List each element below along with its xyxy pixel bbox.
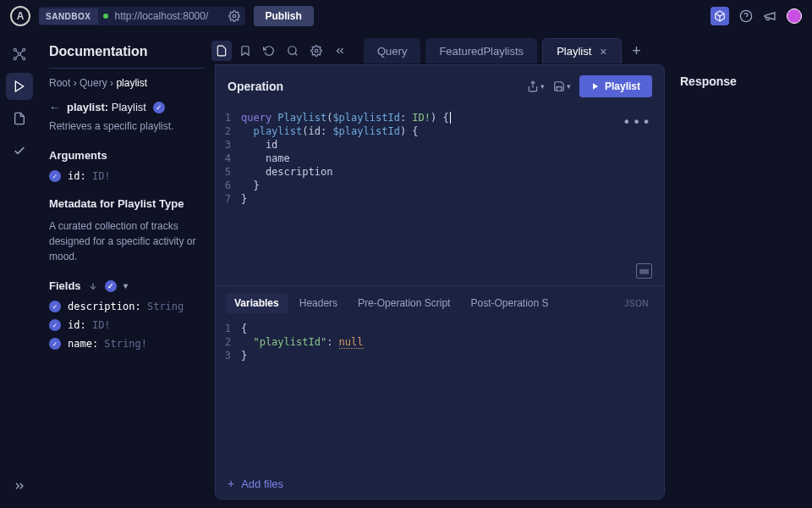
settings-icon[interactable]	[306, 41, 326, 61]
crumb-current: playlist	[116, 77, 147, 89]
panel-docs-icon[interactable]	[211, 41, 232, 61]
docs-title: Documentation	[49, 44, 205, 69]
fields-heading: Fields ✓ ▾	[49, 279, 205, 292]
svg-line-12	[20, 55, 23, 58]
svg-point-17	[315, 49, 318, 52]
search-icon[interactable]	[283, 41, 303, 61]
plus-icon: +	[228, 477, 234, 490]
apollo-logo: A	[10, 6, 30, 26]
tab-bar: Query FeaturedPlaylists Playlist × +	[215, 37, 804, 64]
user-avatar[interactable]	[787, 8, 802, 24]
field-row[interactable]: ✓ description: String	[49, 301, 205, 312]
documentation-panel: Documentation Root › Query › playlist ← …	[39, 32, 215, 508]
variables-editor[interactable]: 1{ 2 "playlistId": null 3}	[216, 317, 664, 468]
subtab-variables[interactable]: Variables	[226, 293, 288, 313]
metadata-heading: Metadata for Playlist Type	[49, 197, 205, 210]
add-files-button[interactable]: + Add files	[216, 468, 664, 499]
check-circle-icon: ✓	[49, 319, 61, 331]
rail-docs-icon[interactable]	[6, 105, 33, 132]
tab-featured-playlists[interactable]: FeaturedPlaylists	[425, 38, 537, 64]
operation-title: Operation	[228, 80, 283, 93]
check-circle-icon: ✓	[49, 170, 61, 182]
svg-marker-13	[15, 81, 23, 91]
rail-explorer-icon[interactable]	[6, 73, 33, 100]
svg-point-4	[14, 48, 16, 51]
subtab-postop[interactable]: Post-Operation S	[462, 293, 557, 313]
response-title: Response	[680, 75, 800, 88]
field-row[interactable]: ✓ id: ID!	[49, 319, 205, 331]
crumb-root[interactable]: Root	[49, 77, 70, 89]
operation-editor[interactable]: ••• ▦▦ 1query Playlist($playlistId: ID!)…	[216, 108, 664, 285]
sub-tab-bar: Variables Headers Pre-Operation Script P…	[216, 285, 664, 317]
more-icon[interactable]: •••	[623, 116, 652, 130]
svg-line-11	[16, 55, 19, 58]
keyboard-icon[interactable]: ▦▦	[636, 263, 652, 279]
connection-status-dot	[103, 14, 108, 19]
url-group: SANDBOX	[39, 7, 245, 25]
rail-expand-icon[interactable]	[6, 472, 33, 500]
svg-point-7	[23, 58, 25, 60]
svg-marker-19	[593, 83, 598, 90]
subtab-headers[interactable]: Headers	[291, 293, 346, 313]
svg-point-8	[19, 53, 21, 56]
cube-icon[interactable]	[710, 7, 729, 25]
check-circle-icon[interactable]: ✓	[105, 280, 117, 292]
svg-line-16	[295, 53, 298, 56]
rail-check-icon[interactable]	[6, 137, 33, 164]
svg-line-10	[20, 51, 23, 53]
doc-description: Retrieves a specific playlist.	[49, 120, 205, 132]
left-rail	[0, 32, 39, 508]
doc-field-heading: playlist: Playlist	[67, 101, 146, 113]
help-icon[interactable]	[739, 9, 753, 23]
collapse-icon[interactable]	[330, 41, 350, 61]
save-icon[interactable]: ▾	[553, 80, 571, 92]
megaphone-icon[interactable]	[763, 9, 776, 23]
share-icon[interactable]: ▾	[527, 80, 545, 92]
add-tab-button[interactable]: +	[627, 41, 647, 61]
tab-query[interactable]: Query	[364, 38, 420, 64]
argument-row[interactable]: ✓ id: ID!	[49, 170, 205, 182]
check-circle-icon[interactable]: ✓	[153, 102, 165, 113]
top-bar: A SANDBOX Publish	[0, 0, 812, 32]
rail-schema-icon[interactable]	[6, 41, 33, 68]
check-circle-icon: ✓	[49, 301, 61, 312]
url-settings-icon[interactable]	[223, 10, 245, 22]
breadcrumb: Root › Query › playlist	[49, 77, 205, 89]
metadata-desc: A curated collection of tracks designed …	[49, 218, 205, 264]
bookmark-icon[interactable]	[235, 41, 255, 61]
close-icon[interactable]: ×	[600, 45, 606, 58]
svg-line-9	[16, 51, 19, 53]
back-arrow-icon[interactable]: ←	[49, 101, 60, 113]
crumb-query[interactable]: Query	[80, 77, 107, 89]
svg-point-5	[23, 48, 25, 51]
history-icon[interactable]	[259, 41, 279, 61]
publish-button[interactable]: Publish	[254, 6, 314, 26]
field-row[interactable]: ✓ name: String!	[49, 338, 205, 350]
check-circle-icon: ✓	[49, 338, 61, 350]
operation-pane: Operation ▾ ▾	[215, 64, 665, 500]
sandbox-badge: SANDBOX	[39, 8, 98, 25]
tab-playlist[interactable]: Playlist ×	[542, 38, 621, 64]
chevron-down-icon[interactable]: ▾	[123, 281, 128, 290]
json-badge: JSON	[624, 299, 654, 308]
sort-icon[interactable]	[88, 281, 98, 291]
arguments-heading: Arguments	[49, 149, 205, 162]
run-button[interactable]: Playlist	[579, 75, 652, 97]
subtab-preop[interactable]: Pre-Operation Script	[349, 293, 458, 313]
response-pane: Response	[677, 64, 804, 500]
url-input[interactable]	[113, 9, 223, 23]
svg-point-6	[14, 58, 16, 60]
svg-point-15	[288, 47, 296, 54]
svg-point-0	[233, 14, 236, 18]
